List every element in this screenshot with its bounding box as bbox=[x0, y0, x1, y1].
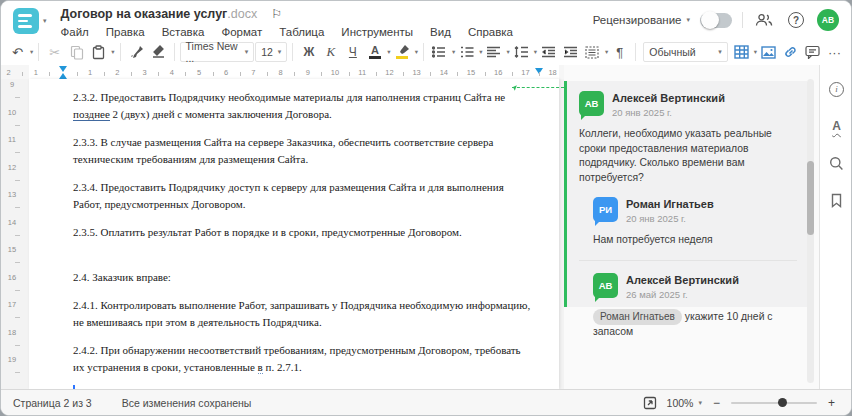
paragraph-2-4-1[interactable]: 2.4.1. Контролировать выполнение Работ, … bbox=[73, 297, 533, 330]
line-spacing-caret-icon[interactable]: ▾ bbox=[534, 48, 537, 56]
ruler-tick bbox=[15, 97, 20, 98]
paragraph-style-select[interactable]: Обычный▾ bbox=[643, 42, 728, 62]
highlight-color-button[interactable] bbox=[392, 41, 413, 63]
align-button[interactable] bbox=[483, 41, 504, 63]
decrease-indent-button[interactable] bbox=[538, 41, 559, 63]
more-tools-button[interactable]: ··· bbox=[824, 41, 845, 63]
comment-thread-card[interactable]: АВ Алексей Вертинский 20 янв 2025 г. Кол… bbox=[564, 81, 807, 307]
bullet-list-caret-icon[interactable]: ▾ bbox=[452, 48, 455, 56]
show-formatting-marks-button[interactable]: ¶ bbox=[609, 41, 630, 63]
zoom-level-select[interactable]: 100%▾ bbox=[667, 397, 702, 409]
paste-caret-icon[interactable]: ▾ bbox=[111, 48, 114, 56]
cut-button[interactable]: ✂ bbox=[44, 41, 65, 63]
paragraph-2-3-2[interactable]: 2.3.2. Предоставить Подрядчику необходим… bbox=[73, 89, 533, 122]
clear-style-button[interactable] bbox=[148, 41, 169, 63]
bold-button[interactable]: Ж bbox=[298, 41, 319, 63]
italic-button[interactable]: К bbox=[320, 41, 341, 63]
bullet-list-button[interactable] bbox=[429, 41, 450, 63]
paste-button[interactable] bbox=[88, 41, 109, 63]
menu-edit[interactable]: Правка bbox=[106, 26, 145, 38]
paragraph-2-3-4[interactable]: 2.3.4. Предоставить Подрядчику доступ к … bbox=[73, 179, 533, 212]
comment-reply[interactable]: АВ Алексей Вертинский 26 май 2025 г. Ром… bbox=[579, 260, 797, 340]
review-mode-button[interactable]: Рецензирование▾ bbox=[593, 14, 690, 26]
collaboration-users-icon[interactable] bbox=[753, 9, 775, 31]
search-icon[interactable] bbox=[825, 151, 849, 175]
first-line-indent-marker[interactable] bbox=[59, 66, 67, 72]
paragraph-spacing-button[interactable] bbox=[582, 41, 603, 63]
favorite-flag-icon[interactable]: ⚐ bbox=[271, 8, 282, 20]
insert-link-button[interactable] bbox=[780, 41, 801, 63]
comment-text: Коллеги, необходимо указать реальные сро… bbox=[579, 127, 797, 185]
align-caret-icon[interactable]: ▾ bbox=[506, 48, 509, 56]
paragraph-2-3-3[interactable]: 2.3.3. В случае размещения Сайта на серв… bbox=[73, 134, 533, 167]
zoom-value: 100% bbox=[667, 397, 694, 409]
main-area: 21123456789101112131415161718 9101112131… bbox=[1, 65, 851, 389]
reply-text: Нам потребуется неделя bbox=[593, 233, 797, 248]
insert-table-caret-icon[interactable]: ▾ bbox=[754, 48, 757, 56]
format-painter-button[interactable] bbox=[126, 41, 147, 63]
ruler-tick bbox=[15, 207, 20, 208]
comment-replies: РИ Роман Игнатьев 20 янв 2025 г. Нам пот… bbox=[593, 197, 797, 340]
ruler-tick bbox=[15, 180, 20, 181]
font-color-button[interactable]: А bbox=[364, 41, 385, 63]
insert-image-button[interactable] bbox=[758, 41, 779, 63]
menu-tools[interactable]: Инструменты bbox=[341, 26, 413, 38]
horizontal-ruler[interactable]: 21123456789101112131415161718 bbox=[1, 65, 564, 79]
ruler-number: 16 bbox=[1, 273, 23, 282]
user-avatar[interactable]: АВ bbox=[817, 9, 839, 31]
numbered-list-button[interactable] bbox=[456, 41, 477, 63]
line-spacing-button[interactable] bbox=[511, 41, 532, 63]
document-content[interactable]: 2.3.2. Предоставить Подрядчику необходим… bbox=[73, 89, 533, 389]
menu-file[interactable]: Файл bbox=[61, 26, 89, 38]
menu-help[interactable]: Справка bbox=[468, 26, 513, 38]
app-logo-icon[interactable] bbox=[13, 8, 39, 34]
menu-insert[interactable]: Вставка bbox=[162, 26, 205, 38]
comment-avatar: АВ bbox=[579, 91, 604, 116]
comment-reply[interactable]: РИ Роман Игнатьев 20 янв 2025 г. Нам пот… bbox=[593, 197, 797, 248]
document-page[interactable]: 2.3.2. Предоставить Подрядчику необходим… bbox=[29, 79, 559, 389]
font-size-select[interactable]: 12▾ bbox=[255, 42, 287, 62]
zoom-slider-knob[interactable] bbox=[778, 398, 787, 407]
spellcheck-icon[interactable]: А bbox=[825, 114, 849, 138]
ruler-tick bbox=[376, 72, 377, 76]
menu-table[interactable]: Таблица bbox=[279, 26, 324, 38]
increase-indent-button[interactable] bbox=[560, 41, 581, 63]
zoom-slider-track bbox=[731, 402, 817, 405]
fit-to-width-button[interactable] bbox=[643, 395, 658, 410]
underline-button[interactable]: Ч bbox=[342, 41, 363, 63]
mention-chip[interactable]: Роман Игнатьев bbox=[593, 309, 682, 326]
paragraph-spacing-caret-icon[interactable]: ▾ bbox=[605, 48, 608, 56]
reply-avatar: РИ bbox=[593, 197, 618, 222]
paragraph-2-4-2[interactable]: 2.4.2. При обнаружении несоответствий тр… bbox=[73, 342, 533, 375]
menu-view[interactable]: Вид bbox=[430, 26, 451, 38]
vertical-ruler[interactable]: 910111213141516171819 bbox=[1, 79, 27, 389]
copy-button[interactable] bbox=[66, 41, 87, 63]
highlight-caret-icon[interactable]: ▾ bbox=[415, 48, 418, 56]
insert-table-button[interactable] bbox=[731, 41, 752, 63]
comment-anchor-text[interactable]: позднее bbox=[73, 108, 110, 121]
ruler-tick bbox=[15, 372, 20, 373]
undo-button[interactable]: ↶ bbox=[7, 41, 28, 63]
comments-scrollbar-thumb[interactable] bbox=[807, 161, 814, 235]
status-bar: Страница 2 из 3 Все изменения сохранены … bbox=[1, 389, 851, 415]
review-toggle[interactable] bbox=[700, 13, 732, 28]
undo-caret-icon[interactable]: ▾ bbox=[30, 48, 33, 56]
insert-comment-button[interactable] bbox=[802, 41, 823, 63]
toolbar-separator bbox=[292, 43, 293, 61]
paragraph-2-4[interactable]: 2.4. Заказчик вправе: bbox=[73, 269, 533, 286]
ruler-number: 15 bbox=[461, 68, 481, 77]
zoom-in-button[interactable]: + bbox=[826, 396, 837, 410]
page-indicator[interactable]: Страница 2 из 3 bbox=[13, 397, 92, 409]
numbered-list-caret-icon[interactable]: ▾ bbox=[479, 48, 482, 56]
menu-format[interactable]: Формат bbox=[221, 26, 262, 38]
font-color-caret-icon[interactable]: ▾ bbox=[387, 48, 390, 56]
zoom-out-button[interactable]: − bbox=[711, 396, 722, 410]
logo-caret-icon[interactable]: ▾ bbox=[43, 17, 47, 25]
zoom-slider[interactable] bbox=[731, 397, 817, 409]
ruler-number: 1 bbox=[80, 68, 100, 77]
paragraph-2-3-5[interactable]: 2.3.5. Оплатить результат Работ в порядк… bbox=[73, 224, 533, 241]
bookmark-icon[interactable] bbox=[825, 188, 849, 212]
document-info-icon[interactable]: i bbox=[825, 77, 849, 101]
help-icon[interactable]: ? bbox=[785, 9, 807, 31]
font-name-select[interactable]: Times New ...▾ bbox=[180, 42, 255, 62]
